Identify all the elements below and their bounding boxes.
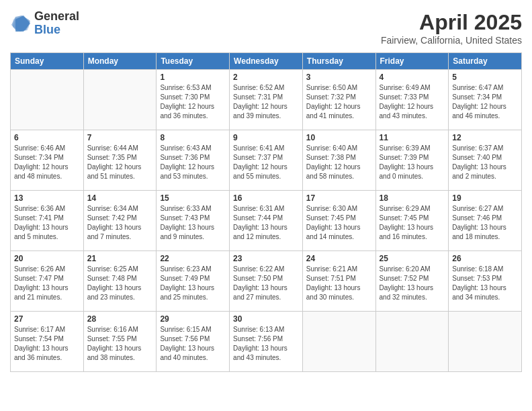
calendar-cell: 6Sunrise: 6:46 AM Sunset: 7:34 PM Daylig…	[11, 130, 84, 191]
day-info: Sunrise: 6:26 AM Sunset: 7:47 PM Dayligh…	[14, 265, 80, 302]
calendar-cell	[11, 70, 84, 130]
calendar-cell: 21Sunrise: 6:25 AM Sunset: 7:48 PM Dayli…	[83, 251, 157, 312]
calendar-body: 1Sunrise: 6:53 AM Sunset: 7:30 PM Daylig…	[11, 70, 522, 372]
location: Fairview, California, United States	[381, 35, 522, 46]
day-info: Sunrise: 6:41 AM Sunset: 7:37 PM Dayligh…	[233, 144, 299, 181]
day-info: Sunrise: 6:17 AM Sunset: 7:54 PM Dayligh…	[14, 325, 80, 363]
day-number: 21	[87, 254, 153, 263]
day-info: Sunrise: 6:50 AM Sunset: 7:32 PM Dayligh…	[306, 83, 372, 121]
calendar-cell: 24Sunrise: 6:21 AM Sunset: 7:51 PM Dayli…	[302, 251, 375, 312]
day-info: Sunrise: 6:43 AM Sunset: 7:36 PM Dayligh…	[160, 144, 226, 181]
day-info: Sunrise: 6:13 AM Sunset: 7:56 PM Dayligh…	[233, 325, 299, 363]
calendar-cell: 13Sunrise: 6:36 AM Sunset: 7:41 PM Dayli…	[11, 191, 84, 251]
calendar-cell: 8Sunrise: 6:43 AM Sunset: 7:36 PM Daylig…	[157, 130, 230, 191]
logo-general: General	[34, 10, 79, 24]
calendar-cell: 5Sunrise: 6:47 AM Sunset: 7:34 PM Daylig…	[449, 70, 522, 130]
day-info: Sunrise: 6:47 AM Sunset: 7:34 PM Dayligh…	[452, 83, 518, 121]
weekday-header-tuesday: Tuesday	[157, 53, 230, 70]
logo-blue: Blue	[34, 24, 79, 37]
day-info: Sunrise: 6:33 AM Sunset: 7:43 PM Dayligh…	[160, 204, 226, 242]
day-info: Sunrise: 6:44 AM Sunset: 7:35 PM Dayligh…	[87, 144, 153, 181]
day-number: 26	[452, 254, 518, 263]
calendar-cell	[83, 70, 157, 130]
page-header: General Blue April 2025 Fairview, Califo…	[10, 10, 522, 46]
calendar-cell: 30Sunrise: 6:13 AM Sunset: 7:56 PM Dayli…	[230, 312, 303, 372]
day-number: 4	[380, 73, 445, 82]
logo: General Blue	[10, 10, 79, 37]
day-number: 30	[233, 314, 299, 324]
calendar-cell: 1Sunrise: 6:53 AM Sunset: 7:30 PM Daylig…	[157, 70, 230, 130]
day-number: 24	[306, 254, 372, 263]
weekday-header-wednesday: Wednesday	[230, 53, 303, 70]
weekday-header-monday: Monday	[83, 53, 157, 70]
day-info: Sunrise: 6:52 AM Sunset: 7:31 PM Dayligh…	[233, 83, 299, 121]
day-info: Sunrise: 6:22 AM Sunset: 7:50 PM Dayligh…	[233, 265, 299, 302]
calendar-cell: 11Sunrise: 6:39 AM Sunset: 7:39 PM Dayli…	[375, 130, 449, 191]
calendar-cell: 3Sunrise: 6:50 AM Sunset: 7:32 PM Daylig…	[302, 70, 375, 130]
calendar-header: SundayMondayTuesdayWednesdayThursdayFrid…	[11, 53, 522, 70]
day-number: 12	[452, 133, 518, 142]
day-info: Sunrise: 6:34 AM Sunset: 7:42 PM Dayligh…	[87, 204, 153, 242]
calendar-cell: 29Sunrise: 6:15 AM Sunset: 7:56 PM Dayli…	[157, 312, 230, 372]
weekday-header-saturday: Saturday	[449, 53, 522, 70]
calendar-cell: 17Sunrise: 6:30 AM Sunset: 7:45 PM Dayli…	[302, 191, 375, 251]
calendar-cell	[375, 312, 449, 372]
day-number: 6	[14, 133, 80, 142]
day-number: 3	[306, 73, 372, 82]
day-number: 17	[306, 193, 372, 203]
day-number: 20	[14, 254, 80, 263]
calendar-week-2: 6Sunrise: 6:46 AM Sunset: 7:34 PM Daylig…	[11, 130, 522, 191]
day-number: 10	[306, 133, 372, 142]
calendar-cell: 2Sunrise: 6:52 AM Sunset: 7:31 PM Daylig…	[230, 70, 303, 130]
calendar-cell: 20Sunrise: 6:26 AM Sunset: 7:47 PM Dayli…	[11, 251, 84, 312]
weekday-header-sunday: Sunday	[11, 53, 84, 70]
day-info: Sunrise: 6:36 AM Sunset: 7:41 PM Dayligh…	[14, 204, 80, 242]
day-number: 23	[233, 254, 299, 263]
day-number: 8	[160, 133, 226, 142]
day-info: Sunrise: 6:29 AM Sunset: 7:45 PM Dayligh…	[380, 204, 445, 242]
calendar-cell: 10Sunrise: 6:40 AM Sunset: 7:38 PM Dayli…	[302, 130, 375, 191]
day-info: Sunrise: 6:25 AM Sunset: 7:48 PM Dayligh…	[87, 265, 153, 302]
month-title: April 2025	[381, 10, 522, 35]
calendar-cell	[302, 312, 375, 372]
day-number: 25	[380, 254, 445, 263]
day-info: Sunrise: 6:30 AM Sunset: 7:45 PM Dayligh…	[306, 204, 372, 242]
calendar-cell: 15Sunrise: 6:33 AM Sunset: 7:43 PM Dayli…	[157, 191, 230, 251]
day-info: Sunrise: 6:23 AM Sunset: 7:49 PM Dayligh…	[160, 265, 226, 302]
calendar-cell: 4Sunrise: 6:49 AM Sunset: 7:33 PM Daylig…	[375, 70, 449, 130]
day-info: Sunrise: 6:16 AM Sunset: 7:55 PM Dayligh…	[87, 325, 153, 363]
day-number: 11	[380, 133, 445, 142]
day-number: 14	[87, 193, 153, 203]
day-info: Sunrise: 6:15 AM Sunset: 7:56 PM Dayligh…	[160, 325, 226, 363]
calendar-cell: 7Sunrise: 6:44 AM Sunset: 7:35 PM Daylig…	[83, 130, 157, 191]
day-number: 15	[160, 193, 226, 203]
logo-icon	[10, 13, 32, 34]
calendar-week-1: 1Sunrise: 6:53 AM Sunset: 7:30 PM Daylig…	[11, 70, 522, 130]
day-info: Sunrise: 6:53 AM Sunset: 7:30 PM Dayligh…	[160, 83, 226, 121]
calendar-week-5: 27Sunrise: 6:17 AM Sunset: 7:54 PM Dayli…	[11, 312, 522, 372]
calendar-cell: 16Sunrise: 6:31 AM Sunset: 7:44 PM Dayli…	[230, 191, 303, 251]
day-info: Sunrise: 6:20 AM Sunset: 7:52 PM Dayligh…	[380, 265, 445, 302]
day-info: Sunrise: 6:46 AM Sunset: 7:34 PM Dayligh…	[14, 144, 80, 181]
day-info: Sunrise: 6:37 AM Sunset: 7:40 PM Dayligh…	[452, 144, 518, 181]
calendar-cell: 9Sunrise: 6:41 AM Sunset: 7:37 PM Daylig…	[230, 130, 303, 191]
weekday-header-friday: Friday	[375, 53, 449, 70]
calendar-cell: 28Sunrise: 6:16 AM Sunset: 7:55 PM Dayli…	[83, 312, 157, 372]
day-number: 5	[452, 73, 518, 82]
day-info: Sunrise: 6:40 AM Sunset: 7:38 PM Dayligh…	[306, 144, 372, 181]
day-number: 1	[160, 73, 226, 82]
calendar-cell: 22Sunrise: 6:23 AM Sunset: 7:49 PM Dayli…	[157, 251, 230, 312]
calendar-table: SundayMondayTuesdayWednesdayThursdayFrid…	[10, 52, 522, 372]
day-number: 19	[452, 193, 518, 203]
calendar-cell	[449, 312, 522, 372]
calendar-cell: 26Sunrise: 6:18 AM Sunset: 7:53 PM Dayli…	[449, 251, 522, 312]
calendar-cell: 19Sunrise: 6:27 AM Sunset: 7:46 PM Dayli…	[449, 191, 522, 251]
day-number: 18	[380, 193, 445, 203]
day-number: 28	[87, 314, 153, 324]
calendar-cell: 23Sunrise: 6:22 AM Sunset: 7:50 PM Dayli…	[230, 251, 303, 312]
calendar-cell: 27Sunrise: 6:17 AM Sunset: 7:54 PM Dayli…	[11, 312, 84, 372]
day-number: 2	[233, 73, 299, 82]
day-number: 22	[160, 254, 226, 263]
calendar-cell: 18Sunrise: 6:29 AM Sunset: 7:45 PM Dayli…	[375, 191, 449, 251]
day-info: Sunrise: 6:21 AM Sunset: 7:51 PM Dayligh…	[306, 265, 372, 302]
